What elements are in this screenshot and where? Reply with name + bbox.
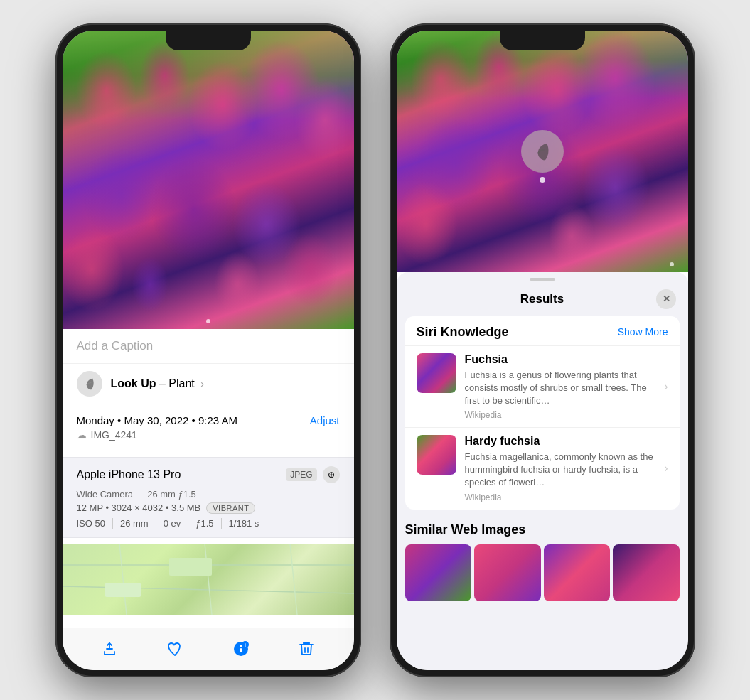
notch [166,31,251,50]
similar-image-3[interactable] [544,544,611,601]
close-button[interactable]: ✕ [656,289,676,309]
results-title: Results [520,292,564,306]
camera-type: Wide Camera — 26 mm ƒ1.5 [77,489,340,500]
right-notch [500,31,585,50]
lookup-label: Look Up [111,377,156,389]
ev-value: 0 ev [156,518,189,529]
svg-line-4 [290,544,297,615]
hardy-fuchsia-desc: Fuchsia magellanica, commonly known as t… [465,451,659,490]
specs-text: 12 MP • 3024 × 4032 • 3.5 MB [77,502,201,513]
aperture-value: ƒ1.5 [188,518,221,529]
leaf-icon [82,377,97,391]
right-phone: Results ✕ Siri Knowledge Show More [390,23,695,677]
info-icon: i [232,640,250,657]
results-sheet: Results ✕ Siri Knowledge Show More [397,272,688,670]
map-section[interactable] [63,544,354,615]
svg-rect-6 [169,558,212,576]
results-header: Results ✕ [397,286,688,316]
vibrant-badge: VIBRANT [206,502,255,514]
date-text: Monday • May 30, 2022 • 9:23 AM [77,414,237,426]
share-button[interactable] [97,636,122,662]
fuchsia-thumbnail [417,353,456,393]
lookup-chevron: › [200,378,204,389]
favorite-button[interactable] [162,636,188,662]
similar-title: Similar Web Images [405,522,680,537]
camera-section: Apple iPhone 13 Pro JPEG ⊕ Wide Camera —… [63,457,354,538]
badges: JPEG ⊕ [286,466,339,483]
phones-container: Add a Caption Look Up – [55,23,695,677]
right-screen: Results ✕ Siri Knowledge Show More [397,31,688,670]
lookup-leaf-icon [532,141,553,162]
adjust-button[interactable]: Adjust [310,414,340,426]
lookup-text[interactable]: Look Up – Plant › [111,377,204,390]
camera-model: Apple iPhone 13 Pro [77,468,181,481]
toolbar: i [63,628,354,670]
hardy-fuchsia-source: Wikipedia [465,492,659,502]
similar-image-2[interactable] [474,544,541,601]
similar-image-1[interactable] [405,544,472,601]
fuchsia-desc: Fuchsia is a genus of flowering plants t… [465,369,659,408]
svg-rect-5 [105,583,141,597]
info-button[interactable]: i [228,636,254,662]
heart-icon [166,640,183,657]
siri-knowledge-section: Siri Knowledge Show More Fuchsia Fuchsia… [405,316,680,510]
delete-button[interactable] [294,636,319,662]
focal-length: 26 mm [113,518,156,529]
right-photo[interactable] [397,31,688,272]
lookup-type: Plant [168,377,194,389]
trash-icon [298,640,315,657]
fuchsia-title: Fuchsia [465,353,659,366]
jpeg-badge: JPEG [286,468,316,481]
location-icon: ⊕ [323,466,340,483]
visual-lookup-badge[interactable] [521,130,564,173]
hardy-fuchsia-thumbnail [417,435,456,475]
date-section: Monday • May 30, 2022 • 9:23 AM Adjust ☁… [63,404,354,451]
svg-line-2 [119,544,127,615]
lookup-icon [77,371,102,397]
show-more-button[interactable]: Show More [618,326,668,338]
hardy-fuchsia-chevron: › [664,462,668,475]
iso-row: ISO 50 26 mm 0 ev ƒ1.5 1/181 s [77,518,340,529]
lookup-row[interactable]: Look Up – Plant › [63,364,354,404]
fuchsia-source: Wikipedia [465,410,659,420]
share-icon [101,640,118,657]
svg-point-8 [240,645,242,647]
lookup-dash: – [159,377,168,389]
siri-item-hardy-fuchsia[interactable]: Hardy fuchsia Fuchsia magellanica, commo… [405,427,680,510]
siri-knowledge-title: Siri Knowledge [417,325,509,340]
map-lines-svg [63,544,354,615]
fuchsia-content: Fuchsia Fuchsia is a genus of flowering … [465,353,659,421]
svg-rect-9 [240,648,242,652]
cloud-icon: ☁ [77,429,87,441]
hardy-fuchsia-title: Hardy fuchsia [465,435,659,448]
left-scrollable: Add a Caption Look Up – [63,329,354,670]
caption-placeholder[interactable]: Add a Caption [77,339,154,352]
similar-section: Similar Web Images [397,517,688,604]
similar-images [405,544,680,601]
iso-value: ISO 50 [77,518,113,529]
similar-image-4[interactable] [613,544,680,601]
lookup-dot [540,177,545,183]
left-photo[interactable] [63,31,354,329]
fuchsia-chevron: › [664,380,668,393]
svg-line-3 [205,544,212,615]
shutter-speed: 1/181 s [222,518,267,529]
left-phone: Add a Caption Look Up – [55,23,361,677]
hardy-fuchsia-content: Hardy fuchsia Fuchsia magellanica, commo… [465,435,659,502]
sheet-handle[interactable] [530,278,555,281]
svg-text:i: i [245,642,246,647]
left-screen: Add a Caption Look Up – [63,31,354,670]
right-photo-dot [670,262,674,266]
siri-item-fuchsia[interactable]: Fuchsia Fuchsia is a genus of flowering … [405,345,680,428]
photo-dot-indicator [206,319,210,323]
caption-area[interactable]: Add a Caption [63,329,354,364]
siri-header: Siri Knowledge Show More [405,316,680,345]
filename: IMG_4241 [91,429,137,441]
